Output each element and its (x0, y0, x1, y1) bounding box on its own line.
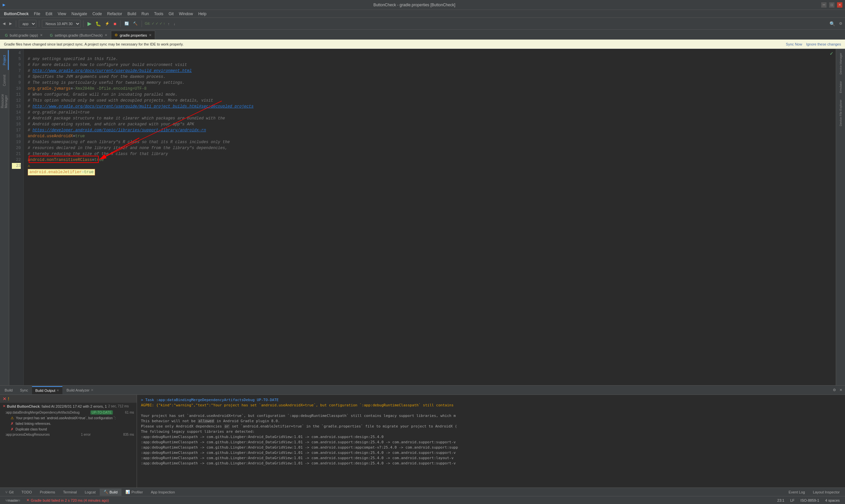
build-summary: ✕ Build ButtonCheck: failed At 2022/8/31… (0, 403, 137, 410)
profile-button[interactable]: ⚡ (104, 21, 111, 26)
build-sub-error-1: ✗ failed linking references. (0, 421, 137, 427)
window-controls: ─ □ ✕ (821, 2, 842, 7)
emulator-icon[interactable]: Emulator (838, 78, 844, 96)
menu-tools[interactable]: Tools (152, 11, 166, 17)
app-selector[interactable]: app (19, 20, 36, 28)
footer-tab-problems[interactable]: Problems (36, 488, 59, 496)
build-item-2[interactable]: :app:processDebugResources 1 error 835 m… (0, 432, 137, 437)
back-button[interactable]: ◀ (1, 21, 6, 26)
sync-button[interactable]: 🔄 (123, 21, 130, 26)
footer-tabs: ⑂ Git TODO Problems Terminal Logcat 🔨 Bu… (0, 487, 845, 496)
line-numbers: 45678 910111213 1415161718 1920212223 (9, 49, 24, 385)
git-branch-status[interactable]: ⑂ master ↑ (3, 497, 23, 504)
charset-status[interactable]: ISO-8859-1 (798, 497, 822, 504)
stop-button[interactable]: ■ (112, 20, 118, 27)
device-selector[interactable]: Nexus 10 API 30 (42, 20, 81, 28)
bottom-content: ✕ ! ✕ Build ButtonCheck: failed At 2022/… (0, 395, 845, 487)
git-pull-button[interactable]: ↓ (172, 21, 177, 26)
build-item-1[interactable]: :app:dataBindingMergeDependencyArtifacts… (0, 410, 137, 415)
footer-tab-app-inspection[interactable]: App Inspection (147, 488, 179, 496)
window-title: ButtonCheck - gradle.properties [ButtonC… (7, 3, 821, 7)
search-button[interactable]: 🔍 (828, 20, 837, 27)
footer-tab-profiler-label: Profiler (131, 490, 143, 494)
bottom-tab-build-analyzer[interactable]: Build Analyzer ✕ (63, 386, 97, 394)
app-name-label: ButtonCheck (1, 12, 31, 16)
git-push-button[interactable]: ↑ (166, 21, 171, 26)
menu-help[interactable]: Help (196, 11, 209, 17)
menu-git[interactable]: Git (166, 11, 176, 17)
footer-tab-layout-inspector-label: Layout Inspector (813, 490, 840, 494)
build-time: 2 sec, 712 ms (108, 404, 129, 408)
device-file-explorer-icon[interactable]: Device File Explorer (838, 97, 844, 129)
left-panel: Project Commit Resource Manager (0, 49, 9, 385)
build-item-1-label: :app:dataBindingMergeDependencyArtifacts… (5, 411, 80, 414)
sidebar-item-resource-manager[interactable]: Resource Manager (1, 91, 8, 111)
minimize-button[interactable]: ─ (821, 2, 827, 7)
menu-refactor[interactable]: Refactor (105, 11, 125, 17)
tab-gradle-properties[interactable]: ⚙ gradle.properties ✕ (111, 31, 156, 39)
footer-tab-terminal[interactable]: Terminal (59, 488, 81, 496)
device-manager-icon[interactable]: Device Manager (838, 50, 844, 77)
warning-icon: ! (8, 396, 9, 401)
run-button[interactable]: ▶ (86, 20, 93, 28)
footer-tab-event-log[interactable]: Event Log (785, 488, 809, 496)
toolbar-separator-5 (142, 20, 142, 27)
tab-bar: G build.gradle (app) ✕ G settings.gradle… (0, 30, 845, 40)
bottom-panel-close[interactable]: ✕ (838, 387, 844, 393)
menu-window[interactable]: Window (176, 11, 196, 17)
charset-text: ISO-8859-1 (800, 498, 819, 502)
maximize-button[interactable]: □ (829, 2, 834, 7)
footer-tab-build[interactable]: 🔨 Build (100, 488, 122, 496)
tab-close-gradle-properties[interactable]: ✕ (149, 33, 152, 37)
menu-file[interactable]: File (31, 11, 43, 17)
main-layout: Project Commit Resource Manager 45678 91… (0, 49, 845, 385)
menu-navigate[interactable]: Navigate (69, 11, 90, 17)
bottom-tab-build[interactable]: Build (1, 386, 16, 394)
tab-label-settings-gradle: settings.gradle (ButtonCheck) (55, 33, 103, 37)
debug-button[interactable]: 🐛 (94, 20, 102, 27)
footer-tab-logcat[interactable]: Logcat (81, 488, 100, 496)
footer-tab-logcat-label: Logcat (85, 490, 96, 494)
build-summary-text: Build ButtonCheck: failed At 2022/8/31 1… (7, 404, 107, 408)
menu-view[interactable]: View (55, 11, 69, 17)
error-status-text: Gradle build failed in 2 s 720 ms (4 min… (31, 498, 109, 502)
settings-button[interactable]: ⚙ (838, 21, 844, 26)
sidebar-item-commit[interactable]: Commit (1, 71, 8, 90)
tab-close-settings[interactable]: ✕ (105, 33, 107, 37)
error-circle-icon-1: ✗ (11, 421, 14, 426)
menu-build[interactable]: Build (125, 11, 139, 17)
line-ending-status[interactable]: LF (788, 497, 797, 504)
sidebar-item-project[interactable]: Project (1, 50, 8, 70)
bottom-tab-build-output[interactable]: Build Output ✕ (32, 386, 63, 394)
forward-button[interactable]: ▶ (8, 21, 13, 26)
error-status[interactable]: ✕ Gradle build failed in 2 s 720 ms (4 m… (24, 497, 111, 504)
code-editor[interactable]: 45678 910111213 1415161718 1920212223 # … (9, 49, 836, 385)
ignore-changes-link[interactable]: Ignore these changes (806, 42, 841, 46)
toolbar-separator-3 (83, 20, 84, 27)
footer-tab-git[interactable]: ⑂ Git (1, 488, 17, 496)
bottom-tab-sync[interactable]: Sync (17, 386, 31, 394)
menu-edit[interactable]: Edit (43, 11, 55, 17)
indent-status[interactable]: 4 spaces (823, 497, 842, 504)
build-output-label: Build Output (35, 389, 55, 393)
tab-build-gradle[interactable]: G build.gradle (app) ✕ (1, 31, 46, 39)
close-button[interactable]: ✕ (837, 2, 842, 7)
footer-tab-profiler[interactable]: 📊 Profiler (122, 488, 147, 496)
bottom-panel-settings[interactable]: ⚙ (831, 387, 838, 393)
tab-close-build-gradle[interactable]: ✕ (40, 33, 42, 37)
title-bar: ▶ ButtonCheck - gradle.properties [Butto… (0, 0, 845, 10)
build-analyzer-close[interactable]: ✕ (91, 388, 93, 392)
sync-now-link[interactable]: Sync Now (786, 42, 803, 46)
build-button[interactable]: 🔨 (132, 21, 139, 26)
footer-tab-todo[interactable]: TODO (17, 488, 36, 496)
build-output-close[interactable]: ✕ (56, 389, 59, 392)
tab-settings-gradle[interactable]: G settings.gradle (ButtonCheck) ✕ (46, 31, 110, 39)
menu-code[interactable]: Code (90, 11, 105, 17)
menu-run[interactable]: Run (139, 11, 152, 17)
footer-tab-layout-inspector[interactable]: Layout Inspector (809, 488, 844, 496)
cursor-position[interactable]: 23:1 (775, 497, 787, 504)
git-sync-icon: ↑ (19, 498, 21, 502)
build-classpath-3: :app:debugRuntimeClasspath -> com.github… (141, 445, 841, 450)
error-circle-icon-2: ✗ (11, 427, 14, 431)
tab-label-gradle-properties: gradle.properties (120, 33, 147, 37)
